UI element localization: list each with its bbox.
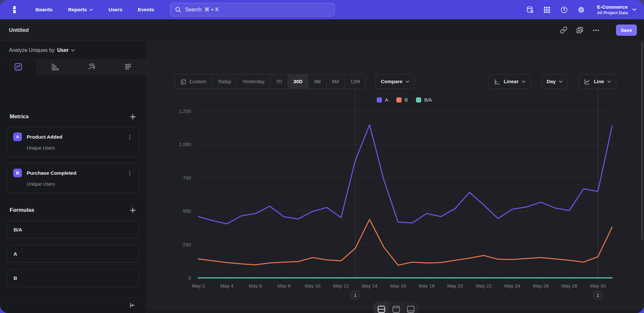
formula-card-ba[interactable]: B/A <box>7 221 139 239</box>
formula-name: A <box>14 251 17 257</box>
nav-links: Boards Reports Users Events <box>35 7 154 13</box>
report-header-actions: Save <box>560 24 637 36</box>
nav-item-reports[interactable]: Reports <box>68 7 93 13</box>
metric-measure[interactable]: Unique Users <box>27 145 133 151</box>
metric-card-a[interactable]: A Product Added Unique Users <box>7 127 139 157</box>
chart-panel: Custom Today Yesterday 7D 30D 3M 6M 12M … <box>147 41 644 313</box>
x-axis-label: May 6 <box>249 283 262 289</box>
metric-badge: B <box>13 169 22 177</box>
help-icon[interactable]: ? <box>560 6 568 14</box>
nav-item-label: Users <box>109 7 122 13</box>
x-axis-label: May 22 <box>476 283 492 289</box>
x-axis-label: May 16 <box>390 283 406 289</box>
layout-bottom-view-button[interactable] <box>403 302 418 313</box>
x-axis-label: May 30 <box>590 283 606 289</box>
scrollbar-thumb[interactable] <box>641 42 643 240</box>
nav-item-events[interactable]: Events <box>138 7 154 13</box>
help-glyph: ? <box>563 7 565 12</box>
formula-card-a[interactable]: A <box>7 245 139 263</box>
data-management-icon[interactable] <box>526 6 534 14</box>
project-switcher[interactable]: E-Commerce All Project Data <box>594 4 636 15</box>
x-axis-label: May 8 <box>277 283 290 289</box>
save-button[interactable]: Save <box>616 24 637 36</box>
x-axis-label: May 4 <box>220 283 233 289</box>
tab-insights[interactable] <box>0 60 37 74</box>
chevron-down-icon <box>632 8 636 11</box>
formulas-title: Formulas <box>10 207 34 213</box>
add-metric-button[interactable] <box>128 112 137 121</box>
search-input[interactable] <box>185 6 330 13</box>
y-axis-label: 1,000 <box>179 142 191 147</box>
duplicate-icon[interactable] <box>576 26 584 34</box>
tab-flows[interactable] <box>73 60 110 74</box>
tab-funnels[interactable] <box>37 60 73 74</box>
layout-split-view-button[interactable] <box>374 302 389 313</box>
annotation-badge-label: 1 <box>597 293 599 298</box>
x-axis-label: May 24 <box>504 283 520 289</box>
funnels-bars-icon <box>51 63 59 71</box>
y-axis-label: 250 <box>183 242 191 247</box>
nav-item-label: Reports <box>68 7 87 13</box>
sidebar-footer <box>0 297 147 313</box>
flows-icon <box>87 63 96 71</box>
metric-options-icon[interactable] <box>126 170 133 177</box>
more-options-icon[interactable] <box>592 26 600 34</box>
analyze-value-dropdown[interactable]: User <box>57 47 69 53</box>
metric-name[interactable]: Purchase Completed <box>27 170 76 176</box>
series-line-a[interactable] <box>198 125 612 224</box>
y-axis-label: 750 <box>183 175 191 181</box>
metric-card-b[interactable]: B Purchase Completed Unique Users <box>7 163 139 193</box>
formula-name: B/A <box>14 227 22 233</box>
retention-grid-icon <box>124 63 133 71</box>
query-sidebar: Analyze Uniques by User <box>0 41 147 313</box>
global-search[interactable] <box>170 3 335 16</box>
series-line-b[interactable] <box>198 220 612 265</box>
chevron-down-icon <box>71 49 75 52</box>
x-axis-label: May 2 <box>192 283 205 289</box>
x-axis-label: May 26 <box>533 283 549 289</box>
x-axis-label: May 18 <box>419 283 434 289</box>
nav-item-label: Events <box>138 7 154 13</box>
divider <box>608 25 608 35</box>
line-chart[interactable]: 02505007501,0001,250May 2May 4May 6May 8… <box>147 41 644 313</box>
metric-measure[interactable]: Unique Users <box>27 181 133 187</box>
analyze-label: Analyze Uniques by <box>9 47 54 53</box>
tab-retention[interactable] <box>110 60 147 74</box>
content-frame: Untitled <box>0 19 644 313</box>
x-axis-label: May 12 <box>333 283 349 289</box>
x-axis-label: May 28 <box>561 283 577 289</box>
report-title[interactable]: Untitled <box>9 27 29 33</box>
add-formula-button[interactable] <box>128 206 137 214</box>
search-icon <box>175 6 181 13</box>
nav-right-cluster: ? E-Commerce All Project Data <box>526 0 636 19</box>
mixpanel-logo-icon[interactable] <box>10 5 19 15</box>
collapse-sidebar-icon[interactable] <box>128 302 136 309</box>
apps-grid-icon[interactable] <box>543 6 551 14</box>
project-name: E-Commerce <box>597 4 628 10</box>
y-axis-label: 1,250 <box>179 108 191 114</box>
nav-item-boards[interactable]: Boards <box>35 7 52 13</box>
settings-gear-icon[interactable] <box>577 6 585 14</box>
layout-top-view-button[interactable] <box>389 302 404 313</box>
sidebar-body: Metrics A Product Added Unique Users <box>0 112 147 287</box>
insights-chart-icon <box>14 63 23 71</box>
x-axis-label: May 20 <box>447 283 463 289</box>
top-nav: Boards Reports Users Events <box>0 0 644 19</box>
nav-item-users[interactable]: Users <box>109 7 122 13</box>
metric-name[interactable]: Product Added <box>27 134 62 140</box>
project-scope: All Project Data <box>597 10 628 15</box>
x-axis-label: May 14 <box>362 283 377 289</box>
metrics-section-header: Metrics <box>7 112 139 121</box>
copy-link-icon[interactable] <box>560 26 568 34</box>
report-type-tabs <box>0 60 147 74</box>
formula-name: B <box>14 275 17 281</box>
report-header: Untitled <box>0 19 644 41</box>
formula-card-b[interactable]: B <box>7 269 139 287</box>
project-info: E-Commerce All Project Data <box>597 4 628 15</box>
analyze-uniques-row: Analyze Uniques by User <box>0 41 147 60</box>
y-axis-label: 500 <box>183 208 191 214</box>
metric-options-icon[interactable] <box>126 133 133 141</box>
app-window: Boards Reports Users Events <box>0 0 644 313</box>
metric-badge: A <box>13 132 22 141</box>
y-axis-label: 0 <box>188 275 191 280</box>
